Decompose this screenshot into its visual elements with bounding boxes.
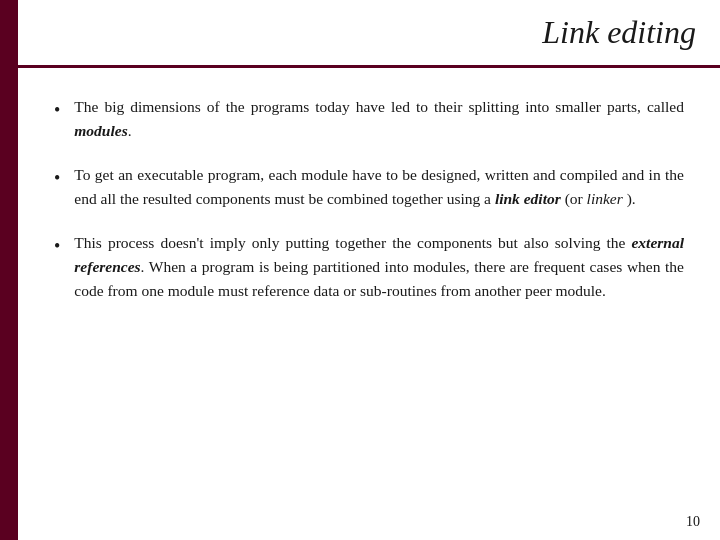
bullet-text-1: The big dimensions of the programs today… [74, 95, 684, 143]
bullet-text-3: This process doesn't imply only putting … [74, 231, 684, 303]
modules-text: modules [74, 122, 127, 139]
bullet-dot-2: • [54, 165, 60, 192]
slide-container: Link editing • The big dimensions of the… [0, 0, 720, 540]
content-area: • The big dimensions of the programs tod… [18, 71, 720, 504]
link-editor-text: link editor [495, 190, 561, 207]
bullet-text-2: To get an executable program, each modul… [74, 163, 684, 211]
bullet-dot-1: • [54, 97, 60, 124]
linker-text: linker [587, 190, 623, 207]
page-number: 10 [686, 514, 700, 530]
bullet-dot-3: • [54, 233, 60, 260]
bullet-item-1: • The big dimensions of the programs tod… [54, 95, 684, 143]
left-border [0, 0, 18, 540]
header-area: Link editing [18, 0, 720, 68]
bullet-item-3: • This process doesn't imply only puttin… [54, 231, 684, 303]
external-references-text: external references [74, 234, 684, 275]
bullet-item-2: • To get an executable program, each mod… [54, 163, 684, 211]
slide-title: Link editing [542, 14, 696, 51]
